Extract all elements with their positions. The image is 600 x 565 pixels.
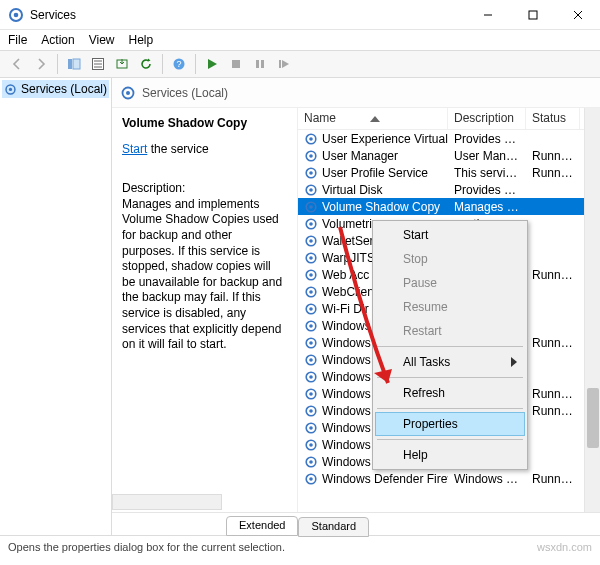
service-icon	[304, 455, 318, 469]
svg-point-28	[309, 171, 313, 175]
context-item-pause: Pause	[375, 271, 525, 295]
service-icon	[304, 285, 318, 299]
service-name: Windows Defender Firewall	[322, 472, 448, 486]
menu-view[interactable]: View	[89, 33, 115, 47]
minimize-button[interactable]	[465, 0, 510, 30]
service-icon	[304, 336, 318, 350]
help-button[interactable]: ?	[168, 53, 190, 75]
watermark: wsxdn.com	[537, 541, 592, 553]
console-tree[interactable]: Services (Local)	[0, 78, 112, 535]
forward-button[interactable]	[30, 53, 52, 75]
restart-service-button[interactable]	[273, 53, 295, 75]
service-icon	[304, 217, 318, 231]
service-desc: This service ...	[448, 166, 526, 180]
close-button[interactable]	[555, 0, 600, 30]
svg-rect-17	[261, 60, 264, 68]
services-node-icon	[4, 81, 17, 97]
service-icon	[304, 353, 318, 367]
svg-point-54	[309, 392, 313, 396]
view-tabs: Extended Standard	[112, 512, 600, 536]
service-desc: Provides su...	[448, 132, 526, 146]
svg-point-46	[309, 324, 313, 328]
context-item-stop: Stop	[375, 247, 525, 271]
table-row[interactable]: User Profile ServiceThis service ...Runn…	[298, 164, 600, 181]
service-icon	[304, 166, 318, 180]
table-row[interactable]: User ManagerUser Manag...Running	[298, 147, 600, 164]
hscroll-left[interactable]	[112, 494, 222, 510]
menu-file[interactable]: File	[8, 33, 27, 47]
service-desc: Manages an...	[448, 200, 526, 214]
service-detail-pane: Volume Shadow Copy Start the service Des…	[112, 108, 298, 512]
service-name: Windows	[322, 319, 371, 333]
service-name: Web Acc	[322, 268, 369, 282]
tab-extended[interactable]: Extended	[226, 516, 298, 536]
context-item-restart: Restart	[375, 319, 525, 343]
menubar: File Action View Help	[0, 30, 600, 50]
svg-point-34	[309, 222, 313, 226]
service-name: WarpJITS	[322, 251, 375, 265]
service-status: Running	[526, 387, 580, 401]
context-item-refresh[interactable]: Refresh	[375, 381, 525, 405]
context-menu[interactable]: StartStopPauseResumeRestartAll TasksRefr…	[372, 220, 528, 470]
service-status: Running	[526, 472, 580, 486]
svg-rect-16	[256, 60, 259, 68]
context-separator	[377, 439, 523, 440]
back-button[interactable]	[6, 53, 28, 75]
service-icon	[304, 472, 318, 486]
svg-point-22	[126, 91, 130, 95]
svg-point-52	[309, 375, 313, 379]
table-row[interactable]: User Experience Virtualizatio...Provides…	[298, 130, 600, 147]
context-item-help[interactable]: Help	[375, 443, 525, 467]
show-hide-tree-button[interactable]	[63, 53, 85, 75]
chevron-right-icon	[511, 356, 517, 370]
tree-root-services[interactable]: Services (Local)	[2, 80, 109, 98]
table-row[interactable]: Virtual DiskProvides m...	[298, 181, 600, 198]
column-description[interactable]: Description	[448, 108, 526, 129]
service-name: WebClien	[322, 285, 374, 299]
svg-point-26	[309, 154, 313, 158]
service-icon	[304, 404, 318, 418]
context-item-all-tasks[interactable]: All Tasks	[375, 350, 525, 374]
svg-rect-7	[73, 59, 80, 69]
svg-point-58	[309, 426, 313, 430]
svg-point-20	[9, 87, 12, 90]
service-icon	[304, 268, 318, 282]
context-item-resume: Resume	[375, 295, 525, 319]
start-link[interactable]: Start	[122, 142, 147, 156]
result-header-label: Services (Local)	[142, 86, 228, 100]
svg-point-60	[309, 443, 313, 447]
refresh-button[interactable]	[135, 53, 157, 75]
window-titlebar: Services	[0, 0, 600, 30]
stop-service-button[interactable]	[225, 53, 247, 75]
maximize-button[interactable]	[510, 0, 555, 30]
scroll-thumb[interactable]	[587, 388, 599, 448]
service-icon	[304, 132, 318, 146]
service-name: Wi-Fi Dir	[322, 302, 369, 316]
svg-rect-3	[529, 11, 537, 19]
service-icon	[304, 421, 318, 435]
vertical-scrollbar[interactable]	[584, 108, 600, 512]
menu-action[interactable]: Action	[41, 33, 74, 47]
properties-button[interactable]	[87, 53, 109, 75]
service-desc: Windows D...	[448, 472, 526, 486]
toolbar-separator	[195, 54, 196, 74]
status-text: Opens the properties dialog box for the …	[8, 541, 285, 553]
table-row[interactable]: Volume Shadow CopyManages an...	[298, 198, 600, 215]
service-name: User Experience Virtualizatio...	[322, 132, 448, 146]
detail-action-line: Start the service	[122, 142, 287, 158]
pause-service-button[interactable]	[249, 53, 271, 75]
start-service-button[interactable]	[201, 53, 223, 75]
export-button[interactable]	[111, 53, 133, 75]
list-header: Name Description Status	[298, 108, 600, 130]
service-icon	[304, 200, 318, 214]
service-status: Running	[526, 149, 580, 163]
window-title: Services	[30, 8, 465, 22]
context-item-properties[interactable]: Properties	[375, 412, 525, 436]
service-name: Virtual Disk	[322, 183, 382, 197]
service-icon	[304, 183, 318, 197]
menu-help[interactable]: Help	[129, 33, 154, 47]
table-row[interactable]: Windows Defender FirewallWindows D...Run…	[298, 470, 600, 487]
column-status[interactable]: Status	[526, 108, 580, 129]
context-item-start[interactable]: Start	[375, 223, 525, 247]
tab-standard[interactable]: Standard	[298, 517, 369, 537]
